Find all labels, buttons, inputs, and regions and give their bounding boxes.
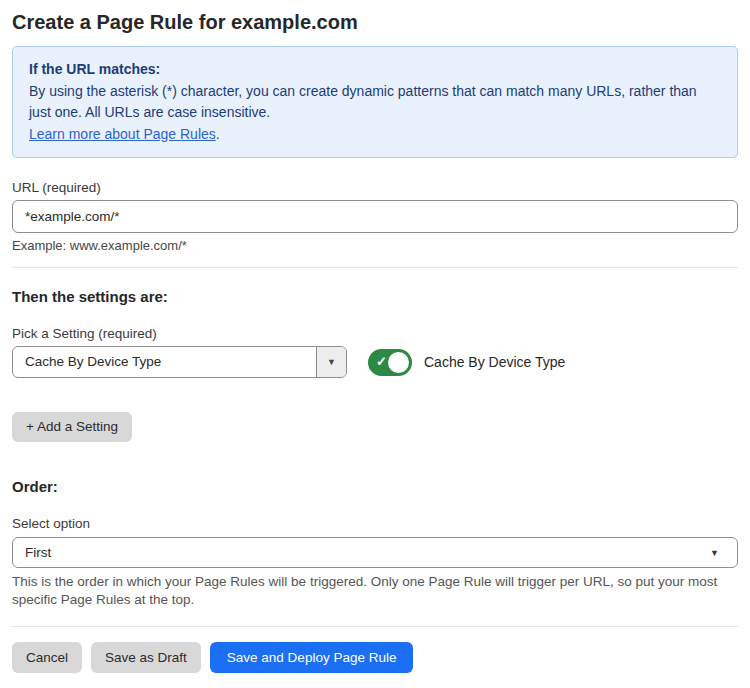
select-option-label: Select option: [12, 516, 738, 531]
order-helper-text: This is the order in which your Page Rul…: [12, 573, 738, 609]
pick-setting-label: Pick a Setting (required): [12, 326, 738, 341]
learn-more-link[interactable]: Learn more about Page Rules: [29, 126, 216, 142]
setting-dropdown-arrow-button[interactable]: ▼: [316, 347, 346, 377]
order-section-heading: Order:: [12, 478, 738, 495]
save-as-draft-button[interactable]: Save as Draft: [91, 642, 201, 673]
info-box-body: By using the asterisk (*) character, you…: [29, 81, 721, 124]
url-match-info-box: If the URL matches: By using the asteris…: [12, 46, 738, 158]
chevron-down-icon: ▼: [327, 357, 336, 367]
order-select[interactable]: First ▼: [12, 537, 738, 568]
info-box-link-line: Learn more about Page Rules.: [29, 124, 721, 146]
page-rule-form: Create a Page Rule for example.com If th…: [0, 8, 750, 673]
save-and-deploy-button[interactable]: Save and Deploy Page Rule: [210, 642, 414, 673]
toggle-label: Cache By Device Type: [424, 354, 565, 370]
page-title: Create a Page Rule for example.com: [12, 8, 738, 36]
footer-divider: [12, 626, 738, 627]
toggle-knob: [388, 352, 409, 373]
cancel-button[interactable]: Cancel: [12, 642, 82, 673]
order-select-value: First: [13, 538, 737, 567]
setting-dropdown-value: Cache By Device Type: [13, 347, 316, 377]
cache-device-toggle[interactable]: ✓: [368, 349, 412, 376]
info-box-heading: If the URL matches:: [29, 59, 721, 81]
url-field-label: URL (required): [12, 180, 738, 195]
chevron-down-icon: ▼: [710, 548, 719, 558]
footer-actions: Cancel Save as Draft Save and Deploy Pag…: [12, 642, 738, 673]
link-suffix: .: [216, 126, 220, 142]
setting-row: Cache By Device Type ▼ ✓ Cache By Device…: [12, 346, 738, 378]
url-input[interactable]: [12, 200, 738, 233]
add-setting-button[interactable]: + Add a Setting: [12, 412, 132, 442]
url-example-helper: Example: www.example.com/*: [12, 238, 738, 253]
setting-dropdown[interactable]: Cache By Device Type ▼: [12, 346, 347, 378]
section-divider: [12, 267, 738, 268]
settings-section-heading: Then the settings are:: [12, 288, 738, 305]
check-icon: ✓: [376, 355, 387, 368]
